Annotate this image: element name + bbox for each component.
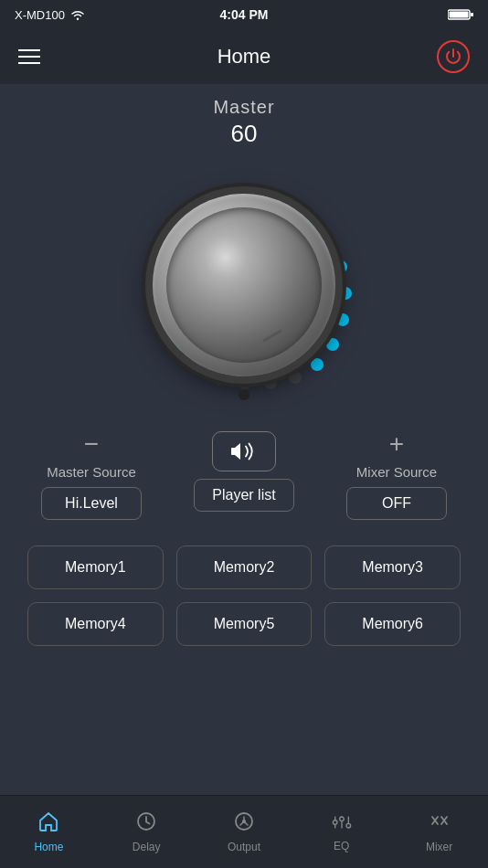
svg-point-34: [346, 823, 351, 828]
svg-rect-2: [450, 12, 469, 18]
svg-point-31: [339, 817, 344, 821]
svg-point-19: [326, 338, 339, 351]
knob-container[interactable]: // Will be rendered statically below: [18, 157, 470, 413]
output-nav-label: Output: [228, 841, 260, 853]
nav-item-output[interactable]: Output: [207, 811, 281, 853]
svg-point-24: [214, 373, 227, 386]
nav-item-mixer[interactable]: Mixer: [403, 811, 476, 853]
status-time: 4:04 PM: [220, 7, 269, 22]
master-source-label: Master Source: [47, 464, 136, 480]
svg-point-27: [242, 820, 246, 823]
status-right: [448, 8, 473, 21]
menu-button[interactable]: [18, 49, 40, 64]
eq-nav-icon: [332, 812, 352, 836]
svg-point-16: [334, 260, 347, 273]
battery-icon: [448, 8, 473, 21]
volume-icon: [231, 441, 257, 461]
svg-point-21: [289, 371, 302, 384]
home-nav-icon: [37, 811, 59, 837]
volume-knob[interactable]: [153, 194, 335, 376]
master-source-group: − Master Source Hi.Level: [27, 431, 155, 520]
svg-point-18: [336, 313, 349, 326]
master-section: Master 60: [18, 84, 470, 148]
power-icon: [445, 48, 461, 65]
memory-button[interactable]: Memory2: [176, 545, 313, 589]
memory-button[interactable]: Memory6: [324, 602, 461, 646]
mixer-source-button[interactable]: OFF: [346, 487, 447, 520]
app-header: Home: [0, 29, 488, 84]
increase-button[interactable]: +: [389, 431, 404, 457]
mixer-nav-label: Mixer: [426, 841, 452, 853]
knob-position-dot: [239, 389, 249, 400]
nav-item-delay[interactable]: Delay: [110, 811, 183, 853]
controls-row: − Master Source Hi.Level Player list + M…: [18, 431, 470, 520]
wifi-icon: [70, 9, 85, 20]
memory-button[interactable]: Memory1: [27, 545, 164, 589]
memory-button[interactable]: Memory4: [27, 602, 164, 646]
memory-button[interactable]: Memory3: [324, 545, 461, 589]
player-list-button[interactable]: Player list: [194, 479, 294, 512]
bottom-nav: Home Delay Output EQ Mixer: [0, 795, 488, 868]
svg-point-28: [333, 820, 337, 824]
memory-grid: Memory1Memory2Memory3Memory4Memory5Memor…: [18, 527, 470, 655]
knob-marker: [262, 329, 282, 343]
eq-nav-label: EQ: [334, 840, 349, 852]
svg-point-17: [339, 287, 352, 300]
volume-button[interactable]: [212, 431, 276, 471]
output-nav-icon: [234, 811, 254, 837]
mixer-source-label: Mixer Source: [356, 464, 437, 480]
header-title: Home: [217, 45, 271, 69]
svg-point-20: [311, 358, 324, 371]
memory-button[interactable]: Memory5: [176, 602, 313, 646]
knob-inner: [166, 207, 322, 363]
master-value: 60: [18, 120, 470, 148]
decrease-button[interactable]: −: [84, 431, 99, 457]
master-label: Master: [18, 97, 470, 118]
power-button[interactable]: [437, 40, 470, 73]
home-nav-label: Home: [34, 841, 63, 853]
delay-nav-label: Delay: [133, 841, 161, 853]
knob-wrapper[interactable]: // Will be rendered statically below: [116, 157, 372, 413]
main-content: Master 60 // Will be rendered statically…: [0, 84, 488, 655]
mixer-source-group: + Mixer Source OFF: [333, 431, 461, 520]
status-left: X-MD100: [15, 8, 85, 22]
svg-point-22: [264, 376, 277, 389]
delay-nav-icon: [136, 811, 156, 837]
volume-group: Player list: [189, 431, 299, 512]
carrier-label: X-MD100: [15, 8, 65, 22]
nav-item-eq[interactable]: EQ: [305, 812, 378, 852]
mixer-nav-icon: [430, 811, 450, 837]
nav-item-home[interactable]: Home: [12, 811, 85, 853]
svg-point-23: [239, 376, 251, 389]
master-source-button[interactable]: Hi.Level: [41, 487, 142, 520]
svg-rect-1: [471, 13, 473, 16]
status-bar: X-MD100 4:04 PM: [0, 0, 488, 29]
